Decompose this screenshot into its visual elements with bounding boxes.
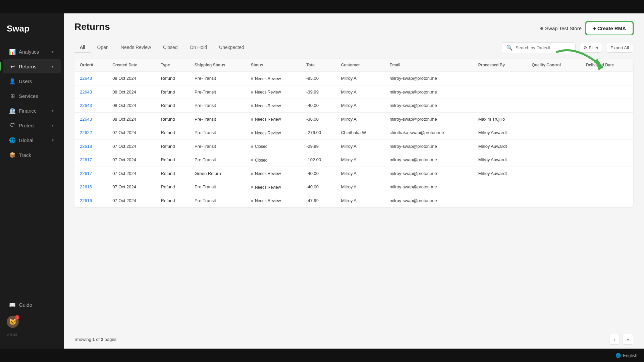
sidebar-label-track: Track: [19, 152, 31, 158]
status-dot: [251, 159, 253, 161]
cell-order[interactable]: 22616: [74, 194, 107, 207]
sidebar-item-services[interactable]: ⊞ Services: [3, 89, 61, 103]
next-page-button[interactable]: ›: [609, 334, 620, 345]
cell-order[interactable]: 22643: [74, 99, 107, 113]
tab-all[interactable]: All: [74, 42, 91, 53]
cell-order[interactable]: 22622: [74, 126, 107, 140]
cell-order[interactable]: 22617: [74, 167, 107, 180]
cell-customer: Milroy A: [336, 72, 384, 85]
tabs-bar: AllOpenNeeds ReviewClosedOn HoldUnexpect…: [64, 35, 644, 53]
cell-shipping: Pre-Transit: [189, 139, 246, 153]
global-chevron-icon: ▼: [51, 138, 54, 142]
table-row: 22643 08 Oct 2024 Refund Pre-Transit Nee…: [74, 85, 633, 99]
track-icon: 📦: [9, 152, 15, 158]
col-shipping: Shipping Status: [189, 59, 246, 72]
sidebar-item-analytics[interactable]: 📊 Analytics ▼: [3, 45, 61, 59]
tab-closed[interactable]: Closed: [158, 42, 183, 53]
cell-order[interactable]: 22643: [74, 85, 107, 99]
tab-needs_review[interactable]: Needs Review: [115, 42, 156, 53]
cell-total: -276.00: [301, 126, 336, 140]
cell-email: milroy-swap@proton.me: [384, 167, 473, 180]
col-delivered: Delivered Date: [581, 59, 633, 72]
table-row: 22643 08 Oct 2024 Refund Pre-Transit Nee…: [74, 112, 633, 126]
cell-customer: Milroy A: [336, 85, 384, 99]
sidebar-item-users[interactable]: 👤 Users: [3, 74, 61, 88]
sidebar-label-services: Services: [19, 93, 38, 99]
sidebar-bottom: 📖 Guido 🐱 1 V.0.04: [0, 294, 64, 342]
sidebar-item-returns[interactable]: ↩ Returns ▼: [3, 59, 61, 73]
cell-created: 07 Oct 2024: [107, 126, 155, 140]
cell-email: milroy-swap@proton.me: [384, 99, 473, 113]
cell-type: Refund: [155, 180, 189, 194]
cell-total: -39.99: [301, 85, 336, 99]
search-box[interactable]: 🔍: [502, 42, 576, 53]
pagination-info: Showing 1 of 2 pages: [74, 337, 116, 342]
sidebar-item-guide-label: Guido: [19, 302, 32, 308]
cell-status: Needs Review: [246, 72, 301, 85]
cell-order[interactable]: 22617: [74, 153, 107, 167]
cell-processed: Maxim Trujillo: [473, 112, 527, 126]
tab-open[interactable]: Open: [92, 42, 114, 53]
cell-quality: [526, 99, 581, 113]
col-type: Type: [155, 59, 189, 72]
tab-on_hold[interactable]: On Hold: [184, 42, 212, 53]
cell-type: Refund: [155, 126, 189, 140]
table-row: 22616 07 Oct 2024 Refund Pre-Transit Nee…: [74, 180, 633, 194]
finance-chevron-icon: ▼: [51, 109, 54, 113]
app-logo: Swap: [0, 20, 64, 44]
table-row: 22617 07 Oct 2024 Refund Pre-Transit Clo…: [74, 153, 633, 167]
cell-order[interactable]: 22643: [74, 112, 107, 126]
cell-status: Needs Review: [246, 180, 301, 194]
create-rma-button[interactable]: + Create RMA: [586, 21, 633, 35]
sidebar-item-global[interactable]: 🌐 Global ▼: [3, 133, 61, 147]
sidebar-item-protect[interactable]: 🛡 Protect ▼: [3, 118, 61, 132]
cell-quality: [526, 126, 581, 140]
cell-order[interactable]: 22616: [74, 180, 107, 194]
cell-quality: [526, 72, 581, 85]
export-button[interactable]: Export All: [606, 43, 633, 53]
cell-total: -47.99: [301, 194, 336, 207]
last-page-button[interactable]: »: [623, 334, 633, 345]
page-title: Returns: [74, 21, 110, 32]
cell-type: Refund: [155, 194, 189, 207]
table-header-row: Order# Created Date Type Shipping Status…: [74, 59, 633, 72]
cell-created: 08 Oct 2024: [107, 72, 155, 85]
cell-total: -40.00: [301, 167, 336, 180]
sidebar-item-guide[interactable]: 📖 Guido: [3, 298, 61, 312]
sidebar-nav: 📊 Analytics ▼ ↩ Returns ▼ 👤 Users ⊞ Serv…: [0, 44, 64, 163]
status-dot: [251, 118, 253, 121]
sidebar-item-finance[interactable]: 🏦 Finance ▼: [3, 104, 61, 118]
services-icon: ⊞: [9, 93, 15, 99]
user-avatar-container[interactable]: 🐱 1: [0, 312, 64, 331]
pagination-controls: › »: [609, 334, 633, 345]
col-status: Status: [246, 59, 301, 72]
filter-button[interactable]: ⚙ Filter: [580, 43, 602, 53]
status-text: Needs Review: [255, 90, 281, 95]
version-label: V.0.04: [0, 331, 64, 339]
global-icon: 🌐: [9, 137, 15, 143]
cell-order[interactable]: 22618: [74, 139, 107, 153]
cell-quality: [526, 85, 581, 99]
cell-delivered: [581, 99, 633, 113]
cell-shipping: Pre-Transit: [189, 153, 246, 167]
sidebar-label-returns: Returns: [19, 64, 37, 69]
search-input[interactable]: [516, 45, 571, 50]
bottom-bar: 🌐 English: [0, 349, 644, 362]
status-dot: [251, 91, 253, 94]
cell-processed: Milroy Auwardt: [473, 139, 527, 153]
cell-created: 08 Oct 2024: [107, 112, 155, 126]
cell-delivered: [581, 194, 633, 207]
cell-order[interactable]: 22643: [74, 72, 107, 85]
cell-total: -102.00: [301, 153, 336, 167]
tab-unexpected[interactable]: Unexpected: [214, 42, 250, 53]
protect-icon: 🛡: [9, 122, 15, 128]
language-selector[interactable]: 🌐 English: [615, 353, 637, 358]
cell-status: Needs Review: [246, 126, 301, 140]
status-dot: [251, 145, 253, 148]
cell-delivered: [581, 139, 633, 153]
cell-shipping: Pre-Transit: [189, 194, 246, 207]
sidebar: Swap 📊 Analytics ▼ ↩ Returns ▼ 👤 Users ⊞…: [0, 13, 64, 349]
sidebar-item-track[interactable]: 📦 Track: [3, 148, 61, 162]
cell-processed: [473, 85, 527, 99]
cell-created: 07 Oct 2024: [107, 180, 155, 194]
